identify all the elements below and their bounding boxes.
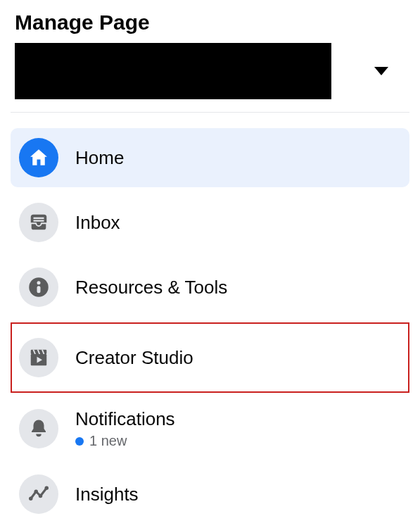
- nav-item-notifications[interactable]: Notifications 1 new: [11, 398, 409, 459]
- clapperboard-icon: [19, 338, 58, 377]
- nav-item-insights[interactable]: Insights: [11, 465, 409, 516]
- caret-down-icon: [374, 67, 388, 75]
- svg-rect-2: [37, 286, 41, 293]
- bell-icon: [19, 409, 58, 448]
- insights-icon: [19, 474, 58, 514]
- nav-label-notifications: Notifications: [75, 408, 175, 430]
- svg-point-11: [45, 486, 49, 491]
- home-icon: [19, 138, 58, 177]
- nav-item-home[interactable]: Home: [11, 128, 409, 187]
- info-icon: [19, 268, 58, 307]
- svg-point-10: [39, 494, 43, 498]
- nav-item-resources[interactable]: Resources & Tools: [11, 258, 409, 317]
- badge-text: 1 new: [89, 433, 127, 449]
- sidebar-nav: Home Inbox Resources & Tools: [11, 128, 409, 516]
- svg-point-1: [37, 281, 41, 284]
- nav-label-creator-studio: Creator Studio: [75, 347, 193, 369]
- page-title: Manage Page: [15, 11, 409, 34]
- nav-label-insights: Insights: [75, 484, 139, 505]
- page-selector[interactable]: [11, 43, 409, 99]
- nav-item-inbox[interactable]: Inbox: [11, 193, 409, 252]
- nav-label-resources: Resources & Tools: [75, 277, 227, 298]
- nav-label-home: Home: [75, 147, 124, 169]
- notifications-badge: 1 new: [75, 433, 175, 449]
- svg-point-8: [29, 497, 33, 501]
- nav-label-inbox: Inbox: [75, 212, 120, 234]
- svg-point-9: [34, 490, 39, 494]
- inbox-icon: [19, 203, 58, 242]
- divider: [11, 112, 409, 113]
- page-name-block: [15, 43, 331, 99]
- badge-dot-icon: [75, 437, 84, 446]
- nav-item-creator-studio[interactable]: Creator Studio: [11, 322, 409, 393]
